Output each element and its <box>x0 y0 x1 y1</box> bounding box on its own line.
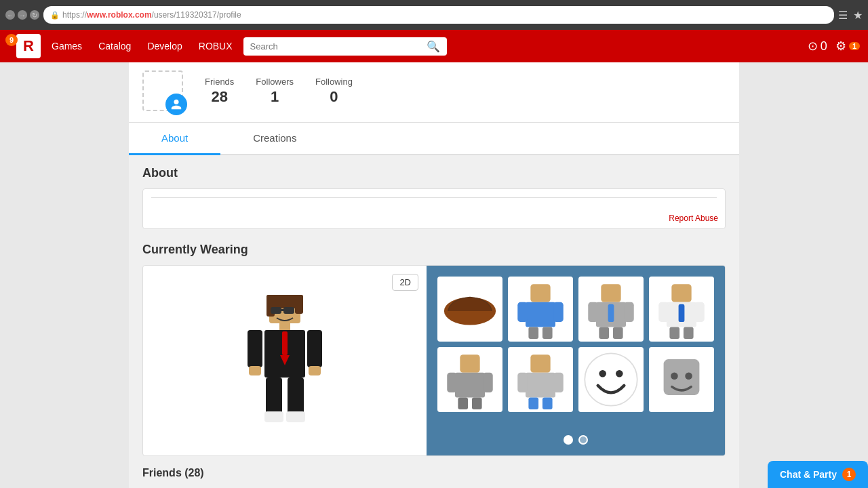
svg-rect-5 <box>283 307 294 314</box>
svg-rect-43 <box>483 373 493 392</box>
browser-nav-buttons[interactable]: ← → ↻ <box>5 10 39 20</box>
chat-party-label: Chat & Party <box>780 469 837 480</box>
svg-rect-13 <box>249 366 261 375</box>
svg-rect-32 <box>613 327 623 339</box>
lock-icon: 🔒 <box>50 11 60 20</box>
about-title: About <box>142 166 726 180</box>
following-label: Following <box>315 77 353 87</box>
character-view: 2D <box>143 266 427 455</box>
content-area: About Report Abuse Currently Wearing 2D <box>129 155 739 488</box>
followers-stat[interactable]: Followers 1 <box>256 77 294 106</box>
avatar-icon <box>165 94 187 115</box>
svg-rect-7 <box>279 323 290 330</box>
item-blue-shirt[interactable] <box>508 277 573 342</box>
about-divider <box>151 197 717 198</box>
about-section: About Report Abuse <box>142 166 726 229</box>
friends-count: 28 <box>205 88 234 106</box>
svg-rect-11 <box>248 330 262 367</box>
svg-rect-4 <box>271 307 281 314</box>
item-gray-tie[interactable] <box>578 277 644 342</box>
svg-rect-44 <box>458 397 468 409</box>
chat-badge: 1 <box>842 468 856 481</box>
character-figure <box>241 289 329 432</box>
dot-1[interactable] <box>564 435 573 445</box>
item-gray-blue[interactable] <box>508 347 573 412</box>
item-gray-1[interactable] <box>437 347 502 412</box>
notification-badge[interactable]: 9 <box>5 34 18 46</box>
svg-rect-3 <box>295 295 303 314</box>
svg-rect-48 <box>517 373 528 392</box>
pagination-dots <box>564 435 588 445</box>
svg-rect-12 <box>307 330 322 367</box>
svg-rect-47 <box>526 373 555 398</box>
tab-about[interactable]: About <box>129 123 220 155</box>
item-hair[interactable] <box>437 277 502 342</box>
nav-right: ⊙ 0 ⚙ 1 <box>808 39 860 54</box>
svg-rect-51 <box>542 397 553 409</box>
svg-rect-25 <box>542 327 553 339</box>
svg-rect-30 <box>608 304 614 322</box>
nav-games[interactable]: Games <box>52 41 82 52</box>
tabs-bar: About Creations <box>129 123 739 155</box>
tab-creations[interactable]: Creations <box>220 123 329 155</box>
nav-robux[interactable]: ROBUX <box>199 41 233 52</box>
followers-label: Followers <box>256 77 294 87</box>
svg-rect-49 <box>553 373 564 392</box>
svg-rect-21 <box>526 302 555 327</box>
svg-point-53 <box>599 370 606 378</box>
items-grid-panel <box>427 266 725 455</box>
svg-rect-22 <box>517 302 528 322</box>
svg-rect-31 <box>599 327 609 339</box>
friends-stat[interactable]: Friends 28 <box>205 77 234 106</box>
nav-develop[interactable]: Develop <box>147 41 182 52</box>
roblox-logo[interactable]: R <box>16 34 41 58</box>
report-abuse-link[interactable]: Report Abuse <box>669 214 718 223</box>
robux-button[interactable]: ⊙ 0 <box>808 39 827 54</box>
user-icon <box>170 98 182 110</box>
settings-button[interactable]: ⚙ 1 <box>835 39 860 54</box>
main-content: Friends 28 Followers 1 Following 0 About… <box>129 62 739 488</box>
dot-2[interactable] <box>578 435 588 445</box>
back-button[interactable]: ← <box>5 10 15 20</box>
browser-chrome: ← → ↻ 🔒 https://www.roblox.com/users/119… <box>0 0 868 30</box>
search-icon[interactable]: 🔍 <box>427 40 440 53</box>
about-box: Report Abuse <box>142 188 726 229</box>
forward-button[interactable]: → <box>18 10 27 20</box>
svg-rect-9 <box>282 331 288 355</box>
svg-rect-17 <box>264 411 283 422</box>
currently-wearing-section: Currently Wearing 2D <box>142 243 726 456</box>
svg-rect-33 <box>671 284 691 302</box>
address-bar[interactable]: 🔒 https://www.roblox.com/users/119320317… <box>43 6 834 24</box>
roblox-navbar: 9 R Games Catalog Develop ROBUX 🔍 ⊙ 0 ⚙ … <box>0 30 868 62</box>
profile-card: Friends 28 Followers 1 Following 0 About… <box>129 62 739 155</box>
svg-rect-38 <box>669 327 679 339</box>
svg-rect-20 <box>530 284 550 302</box>
svg-rect-14 <box>309 366 321 375</box>
svg-rect-23 <box>553 302 564 322</box>
nav-links: Games Catalog Develop ROBUX <box>52 41 233 52</box>
svg-rect-29 <box>624 302 634 322</box>
nav-catalog[interactable]: Catalog <box>98 41 131 52</box>
following-stat[interactable]: Following 0 <box>315 77 353 106</box>
svg-rect-24 <box>528 327 538 339</box>
chat-party-button[interactable]: Chat & Party 1 <box>768 461 868 488</box>
gear-icon: ⚙ <box>835 39 846 54</box>
svg-point-54 <box>616 370 623 378</box>
svg-rect-16 <box>288 378 304 415</box>
robux-icon: ⊙ <box>808 39 818 54</box>
following-count: 0 <box>315 88 353 106</box>
svg-point-52 <box>585 353 637 405</box>
currently-wearing-title: Currently Wearing <box>142 243 726 257</box>
item-white-blue-tie[interactable] <box>649 277 714 342</box>
address-url: https://www.roblox.com/users/119320317/p… <box>62 10 241 20</box>
view-2d-button[interactable]: 2D <box>392 274 418 291</box>
settings-badge: 1 <box>849 42 860 50</box>
refresh-button[interactable]: ↻ <box>30 10 39 20</box>
svg-rect-37 <box>679 304 685 322</box>
svg-rect-42 <box>447 373 457 392</box>
search-bar[interactable]: 🔍 <box>243 37 447 56</box>
item-smiley[interactable] <box>578 347 644 412</box>
svg-point-57 <box>685 372 692 380</box>
item-gray-head[interactable] <box>649 347 714 412</box>
search-input[interactable] <box>250 41 427 52</box>
